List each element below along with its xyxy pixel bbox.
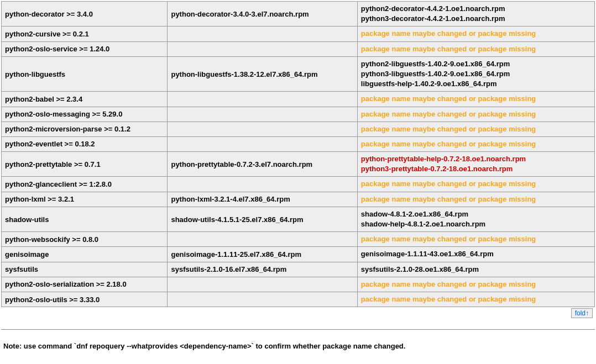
dependency-cell: python-decorator >= 3.4.0 (2, 2, 168, 27)
dependency-cell: python2-babel >= 2.3.4 (2, 92, 168, 107)
target-rpm-cell: python2-libguestfs-1.40.2-9.oe1.x86_64.r… (357, 56, 594, 92)
table-row: python2-glanceclient >= 1:2.8.0package n… (2, 177, 595, 192)
table-row: python2-oslo-service >= 1.24.0package na… (2, 41, 595, 56)
source-rpm-cell: python-libguestfs-1.38.2-12.el7.x86_64.r… (168, 56, 357, 92)
dependency-cell: python2-oslo-utils >= 3.33.0 (2, 292, 168, 307)
source-rpm-cell: python-prettytable-0.7.2-3.el7.noarch.rp… (168, 152, 357, 177)
table-row: python2-cursive >= 0.2.1package name may… (2, 27, 595, 41)
table-row: genisoimagegenisoimage-1.1.11-25.el7.x86… (2, 247, 595, 262)
target-rpm-cell: package name maybe changed or package mi… (357, 27, 594, 41)
dependency-cell: python2-glanceclient >= 1:2.8.0 (2, 177, 168, 192)
dependency-cell: python2-oslo-service >= 1.24.0 (2, 41, 168, 56)
target-rpm-cell: python2-decorator-4.4.2-1.oe1.noarch.rpm… (357, 2, 594, 27)
dependency-cell: shadow-utils (2, 207, 168, 231)
table-row: shadow-utilsshadow-utils-4.1.5.1-25.el7.… (2, 207, 595, 231)
dependency-cell: python2-prettytable >= 0.7.1 (2, 152, 168, 177)
table-row: python-decorator >= 3.4.0python-decorato… (2, 2, 595, 27)
source-rpm-cell (168, 136, 357, 151)
dependency-cell: python2-eventlet >= 0.18.2 (2, 136, 168, 151)
target-rpm-cell: package name maybe changed or package mi… (357, 92, 594, 107)
target-rpm-cell: package name maybe changed or package mi… (357, 192, 594, 207)
table-row: python-lxml >= 3.2.1python-lxml-3.2.1-4.… (2, 192, 595, 207)
target-rpm-cell: genisoimage-1.1.11-43.oe1.x86_64.rpm (357, 247, 594, 262)
target-rpm-cell: package name maybe changed or package mi… (357, 177, 594, 192)
target-rpm-cell: package name maybe changed or package mi… (357, 277, 594, 292)
table-row: python2-oslo-serialization >= 2.18.0pack… (2, 277, 595, 292)
dependency-cell: sysfsutils (2, 262, 168, 277)
source-rpm-cell: shadow-utils-4.1.5.1-25.el7.x86_64.rpm (168, 207, 357, 231)
table-row: python-websockify >= 0.8.0package name m… (2, 232, 595, 247)
source-rpm-cell (168, 232, 357, 247)
table-row: python2-eventlet >= 0.18.2package name m… (2, 136, 595, 151)
source-rpm-cell: python-lxml-3.2.1-4.el7.x86_64.rpm (168, 192, 357, 207)
source-rpm-cell: sysfsutils-2.1.0-16.el7.x86_64.rpm (168, 262, 357, 277)
source-rpm-cell (168, 292, 357, 307)
table-row: python2-microversion-parse >= 0.1.2packa… (2, 122, 595, 136)
note-text: Note: use command `dnf repoquery --whatp… (1, 340, 595, 352)
table-row: python2-oslo-messaging >= 5.29.0package … (2, 107, 595, 122)
table-row: python2-oslo-utils >= 3.33.0package name… (2, 292, 595, 307)
dependency-cell: python-websockify >= 0.8.0 (2, 232, 168, 247)
fold-button[interactable]: fold↑ (571, 308, 593, 318)
target-rpm-cell: package name maybe changed or package mi… (357, 292, 594, 307)
source-rpm-cell (168, 122, 357, 136)
table-row: sysfsutilssysfsutils-2.1.0-16.el7.x86_64… (2, 262, 595, 277)
target-rpm-cell: package name maybe changed or package mi… (357, 107, 594, 122)
fold-row: fold↑ (1, 307, 595, 319)
dependency-cell: python2-microversion-parse >= 0.1.2 (2, 122, 168, 136)
dependency-cell: genisoimage (2, 247, 168, 262)
source-rpm-cell (168, 277, 357, 292)
source-rpm-cell: python-decorator-3.4.0-3.el7.noarch.rpm (168, 2, 357, 27)
dependency-cell: python2-cursive >= 0.2.1 (2, 27, 168, 41)
target-rpm-cell: package name maybe changed or package mi… (357, 136, 594, 151)
dependency-cell: python2-oslo-serialization >= 2.18.0 (2, 277, 168, 292)
source-rpm-cell (168, 107, 357, 122)
dependency-cell: python-lxml >= 3.2.1 (2, 192, 168, 207)
target-rpm-cell: sysfsutils-2.1.0-28.oe1.x86_64.rpm (357, 262, 594, 277)
source-rpm-cell (168, 27, 357, 41)
table-row: python2-prettytable >= 0.7.1python-prett… (2, 152, 595, 177)
package-table: python-decorator >= 3.4.0python-decorato… (1, 1, 595, 307)
target-rpm-cell: package name maybe changed or package mi… (357, 122, 594, 136)
target-rpm-cell: shadow-4.8.1-2.oe1.x86_64.rpmshadow-help… (357, 207, 594, 231)
source-rpm-cell (168, 92, 357, 107)
table-row: python-libguestfspython-libguestfs-1.38.… (2, 56, 595, 92)
source-rpm-cell (168, 177, 357, 192)
dependency-cell: python2-oslo-messaging >= 5.29.0 (2, 107, 168, 122)
target-rpm-cell: python-prettytable-help-0.7.2-18.oe1.noa… (357, 152, 594, 177)
divider (1, 329, 595, 330)
target-rpm-cell: package name maybe changed or package mi… (357, 232, 594, 247)
dependency-cell: python-libguestfs (2, 56, 168, 92)
target-rpm-cell: package name maybe changed or package mi… (357, 41, 594, 56)
source-rpm-cell: genisoimage-1.1.11-25.el7.x86_64.rpm (168, 247, 357, 262)
source-rpm-cell (168, 41, 357, 56)
table-row: python2-babel >= 2.3.4package name maybe… (2, 92, 595, 107)
